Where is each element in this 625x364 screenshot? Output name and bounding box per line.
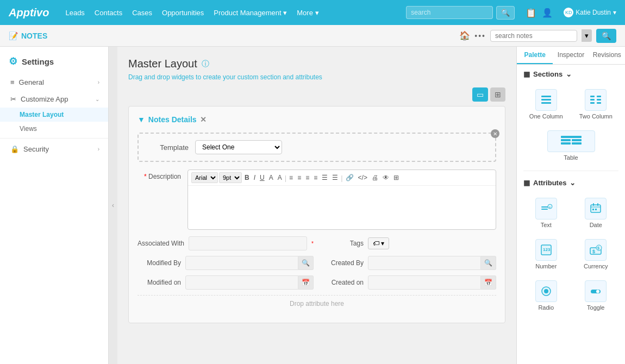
svg-text:$: $ <box>597 246 599 250</box>
toggle-widget[interactable]: Toggle <box>573 277 619 314</box>
gear-icon: ⚙ <box>9 55 17 67</box>
font-family-select[interactable]: Arial <box>191 172 218 183</box>
more-options-button[interactable]: ••• <box>474 32 486 40</box>
sidebar-security-label: Security <box>23 145 49 153</box>
collapse-handle[interactable]: ‹ <box>109 47 117 364</box>
date-icon <box>585 198 607 219</box>
description-label: * Description <box>138 170 181 230</box>
template-select[interactable]: Select One <box>195 140 282 154</box>
sections-expand-icon[interactable]: ⌄ <box>566 70 572 78</box>
date-widget[interactable]: Date <box>573 194 619 231</box>
nav-cases[interactable]: Cases <box>132 9 152 17</box>
notifications-icon[interactable]: 📋 <box>526 8 536 18</box>
sidebar-item-security[interactable]: 🔒 Security › <box>0 141 108 158</box>
currency-icon: $ $ <box>585 239 607 261</box>
created-on-label: Created on <box>320 279 364 286</box>
font-size-select[interactable]: 9pt <box>219 172 242 183</box>
created-on-input-group: 📅 <box>368 275 496 290</box>
modified-on-calendar-button[interactable]: 📅 <box>298 275 314 290</box>
radio-widget[interactable]: Radio <box>523 277 569 314</box>
global-search-button[interactable]: 🔍 <box>496 6 515 20</box>
grid-layout-button[interactable]: ⊞ <box>490 87 505 102</box>
preview-button[interactable]: 👁 <box>381 173 391 182</box>
info-icon[interactable]: ⓘ <box>202 59 209 69</box>
section-header: ▼ Notes Details ✕ <box>138 115 496 124</box>
global-search-input[interactable] <box>406 6 493 19</box>
nav-leads[interactable]: Leads <box>65 9 84 17</box>
link-button[interactable]: 🔗 <box>344 173 355 182</box>
number-widget[interactable]: 123 Number <box>523 236 569 273</box>
required-indicator: * <box>144 173 147 180</box>
font-color-button[interactable]: A <box>267 173 275 182</box>
attributes-icon: ▦ <box>523 179 530 187</box>
sidebar-item-customize-app[interactable]: ✂ Customize App ⌄ <box>0 91 108 108</box>
nav-product-management[interactable]: Product Management <box>214 9 287 17</box>
unordered-list-button[interactable]: ☰ <box>320 173 329 182</box>
svg-rect-2 <box>541 102 551 104</box>
bg-color-button[interactable]: A <box>276 173 284 182</box>
created-on-calendar-button[interactable]: 📅 <box>481 275 496 290</box>
text-widget[interactable]: + Text <box>523 194 569 231</box>
nav-contacts[interactable]: Contacts <box>95 9 122 17</box>
one-column-icon <box>535 89 557 111</box>
svg-rect-5 <box>590 99 595 101</box>
single-layout-button[interactable]: ▭ <box>472 87 488 102</box>
description-field-row: * Description Arial 9pt B I <box>138 170 496 230</box>
svg-text:123: 123 <box>543 247 551 252</box>
one-column-widget[interactable]: One Column <box>523 86 569 123</box>
italic-button[interactable]: I <box>252 173 257 182</box>
created-on-input[interactable] <box>368 275 481 290</box>
align-left-button[interactable]: ≡ <box>288 173 295 182</box>
currency-widget[interactable]: $ $ Currency <box>573 236 619 273</box>
tab-inspector[interactable]: Inspector <box>553 47 589 64</box>
editor-content[interactable] <box>188 186 496 229</box>
align-right-button[interactable]: ≡ <box>304 173 311 182</box>
nav-more[interactable]: More <box>297 9 318 17</box>
modified-by-search-button[interactable]: 🔍 <box>298 256 314 270</box>
table-insert-button[interactable]: ⊞ <box>392 173 401 182</box>
user-name: Katie Dustin <box>576 9 611 16</box>
app-logo[interactable]: Apptivo <box>9 7 49 19</box>
associated-with-input[interactable] <box>189 236 307 250</box>
home-button[interactable]: 🏠 <box>459 30 470 41</box>
notes-label: NOTES <box>21 32 47 40</box>
main-canvas: Master Layout ⓘ Drag and drop widgets to… <box>117 47 516 364</box>
settings-header: ⚙ Settings <box>0 55 108 74</box>
notes-search-button[interactable]: 🔍 <box>596 29 616 43</box>
sidebar-item-general[interactable]: ≡ General › <box>0 74 108 91</box>
template-close-button[interactable]: ✕ <box>491 129 499 138</box>
drop-attribute-zone: Drop attribute here <box>138 295 496 312</box>
settings-icon[interactable]: 👤 <box>542 8 553 18</box>
collapse-section-icon[interactable]: ▼ <box>138 115 145 124</box>
tags-button[interactable]: 🏷 ▾ <box>368 237 389 249</box>
tab-revisions[interactable]: Revisions <box>589 47 625 64</box>
created-by-search-button[interactable]: 🔍 <box>481 256 496 270</box>
created-by-input[interactable] <box>368 256 481 270</box>
two-column-widget[interactable]: Two Column <box>573 86 619 123</box>
user-menu[interactable]: KD Katie Dustin ▾ <box>564 8 616 17</box>
justify-button[interactable]: ≡ <box>312 173 319 182</box>
modified-by-input[interactable] <box>185 256 298 270</box>
notes-search-input[interactable] <box>490 30 577 42</box>
print-button[interactable]: 🖨 <box>370 173 380 182</box>
nav-links: Leads Contacts Cases Opportunities Produ… <box>65 9 395 17</box>
table-widget[interactable]: Table <box>523 127 618 164</box>
sidebar-item-views[interactable]: Views <box>0 122 108 136</box>
svg-rect-10 <box>561 139 571 141</box>
nav-opportunities[interactable]: Opportunities <box>162 9 204 17</box>
customize-icon: ✂ <box>10 95 16 103</box>
align-center-button[interactable]: ≡ <box>296 173 303 182</box>
modified-on-input[interactable] <box>185 275 298 290</box>
underline-button[interactable]: U <box>258 173 266 182</box>
attributes-expand-icon[interactable]: ⌄ <box>570 179 576 187</box>
modified-by-input-group: 🔍 <box>185 256 314 270</box>
notes-search-dropdown[interactable]: ▾ <box>582 29 592 42</box>
sidebar-item-master-layout[interactable]: Master Layout <box>0 108 108 122</box>
section-close-button[interactable]: ✕ <box>200 115 207 124</box>
rich-text-editor[interactable]: Arial 9pt B I U A A | ≡ ≡ <box>188 170 496 230</box>
ordered-list-button[interactable]: ☰ <box>330 173 340 182</box>
tab-palette[interactable]: Palette <box>517 47 553 64</box>
top-navigation: Apptivo Leads Contacts Cases Opportuniti… <box>0 0 625 25</box>
bold-button[interactable]: B <box>243 173 251 182</box>
code-button[interactable]: </> <box>357 173 369 182</box>
